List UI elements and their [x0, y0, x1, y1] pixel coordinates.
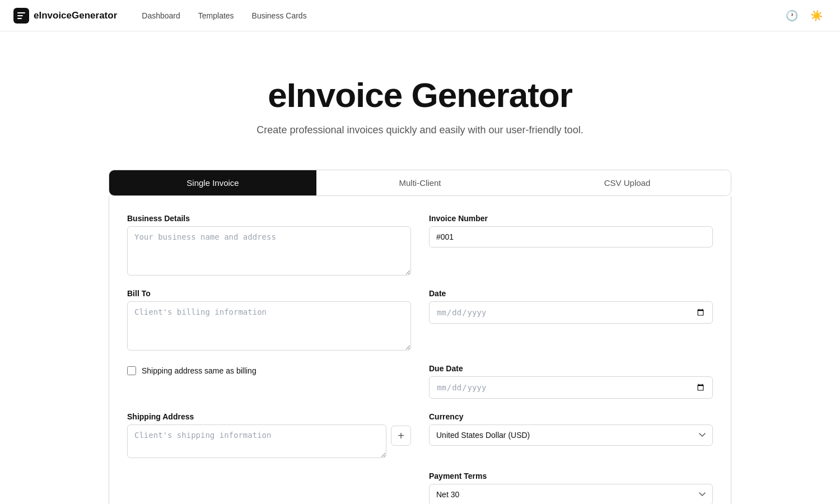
- due-date-input[interactable]: [429, 376, 713, 399]
- currency-group: Currency United States Dollar (USD) Euro…: [429, 412, 713, 458]
- theme-icon: ☀️: [810, 10, 823, 22]
- theme-toggle-button[interactable]: ☀️: [806, 6, 827, 26]
- shipping-address-label: Shipping Address: [127, 412, 411, 421]
- tab-csv-upload[interactable]: CSV Upload: [524, 170, 731, 195]
- shipping-checkbox-group: Shipping address same as billing: [127, 364, 411, 399]
- tabs: Single Invoice Multi-Client CSV Upload: [109, 170, 731, 196]
- business-details-group: Business Details: [127, 214, 411, 276]
- date-field-group: Date: [429, 289, 713, 351]
- nav-link-templates[interactable]: Templates: [192, 8, 241, 24]
- tab-multi-client[interactable]: Multi-Client: [316, 170, 524, 195]
- logo[interactable]: eInvoiceGenerator: [13, 8, 117, 24]
- nav-actions: 🕐 ☀️: [782, 6, 827, 26]
- shipping-same-label[interactable]: Shipping address same as billing: [142, 366, 256, 375]
- payment-terms-select[interactable]: Net 15 Net 30 Net 45 Net 60 Due on Recei…: [429, 484, 713, 504]
- payment-terms-label: Payment Terms: [429, 472, 713, 480]
- invoice-number-input[interactable]: [429, 226, 713, 248]
- history-icon: 🕐: [786, 10, 798, 22]
- bill-to-group: Bill To: [127, 289, 411, 351]
- date-label: Date: [429, 289, 713, 298]
- form-container: Single Invoice Multi-Client CSV Upload B…: [95, 170, 745, 504]
- shipping-same-checkbox[interactable]: [127, 366, 136, 375]
- bill-to-input[interactable]: [127, 301, 411, 351]
- hero-section: eInvoice Generator Create professional i…: [0, 31, 840, 170]
- history-button[interactable]: 🕐: [782, 6, 802, 26]
- plus-icon: +: [398, 430, 404, 442]
- navbar: eInvoiceGenerator Dashboard Templates Bu…: [0, 0, 840, 31]
- logo-text: eInvoiceGenerator: [34, 10, 117, 21]
- logo-icon: [13, 8, 29, 24]
- date-input[interactable]: [429, 301, 713, 324]
- business-details-label: Business Details: [127, 214, 411, 223]
- tab-single-invoice[interactable]: Single Invoice: [109, 170, 316, 195]
- shipping-input-row: +: [127, 424, 411, 458]
- invoice-number-label: Invoice Number: [429, 214, 713, 223]
- nav-link-business-cards[interactable]: Business Cards: [245, 8, 314, 24]
- svg-rect-3: [17, 18, 22, 19]
- hero-title: eInvoice Generator: [13, 76, 827, 114]
- shipping-address-input[interactable]: [127, 424, 386, 458]
- add-shipping-button[interactable]: +: [391, 426, 411, 446]
- svg-rect-1: [17, 12, 25, 13]
- due-date-group: Due Date: [429, 364, 713, 399]
- payment-terms-group: Payment Terms Net 15 Net 30 Net 45 Net 6…: [429, 472, 713, 504]
- form-grid: Business Details Invoice Number Bill To …: [127, 214, 713, 504]
- invoice-number-group: Invoice Number: [429, 214, 713, 276]
- svg-rect-2: [17, 15, 23, 16]
- currency-select[interactable]: United States Dollar (USD) Euro (EUR) Br…: [429, 424, 713, 446]
- due-date-label: Due Date: [429, 364, 713, 373]
- shipping-address-group: Shipping Address +: [127, 412, 411, 458]
- business-details-input[interactable]: [127, 226, 411, 276]
- nav-links: Dashboard Templates Business Cards: [135, 8, 782, 24]
- bill-to-label: Bill To: [127, 289, 411, 298]
- hero-subtitle: Create professional invoices quickly and…: [13, 124, 827, 136]
- currency-label: Currency: [429, 412, 713, 421]
- form-panel: Business Details Invoice Number Bill To …: [109, 196, 731, 504]
- nav-link-dashboard[interactable]: Dashboard: [135, 8, 187, 24]
